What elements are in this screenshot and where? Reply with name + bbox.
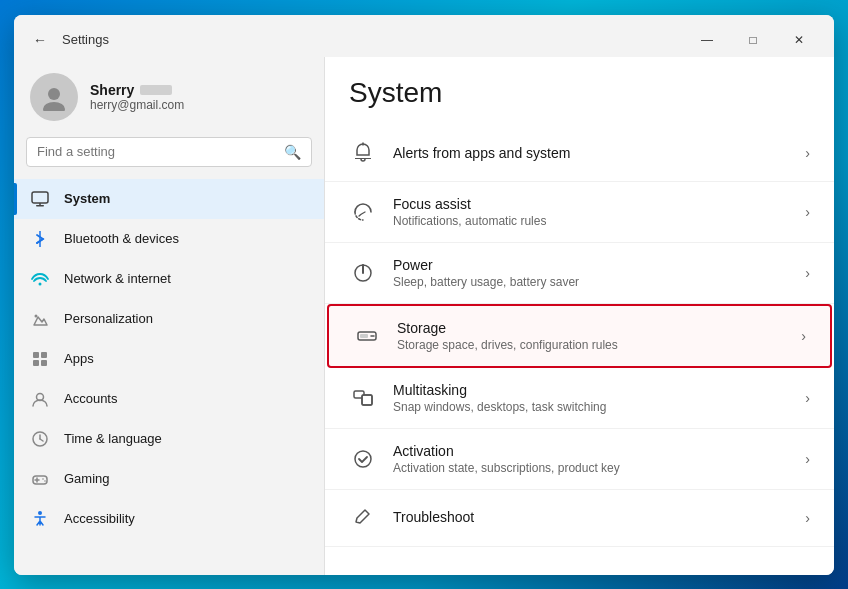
multitasking-icon bbox=[349, 384, 377, 412]
settings-list: Alerts from apps and system › Focus bbox=[325, 125, 834, 547]
power-title: Power bbox=[393, 257, 789, 273]
sidebar: Sherry herry@gmail.com 🔍 bbox=[14, 57, 324, 575]
maximize-button[interactable]: □ bbox=[730, 23, 776, 57]
user-badge bbox=[140, 85, 172, 95]
storage-title: Storage bbox=[397, 320, 785, 336]
svg-rect-8 bbox=[33, 352, 39, 358]
page-title: System bbox=[325, 77, 834, 125]
power-icon bbox=[349, 259, 377, 287]
search-input[interactable] bbox=[37, 144, 276, 159]
focus-arrow: › bbox=[805, 204, 810, 220]
sidebar-label-personalization: Personalization bbox=[64, 311, 153, 326]
activation-arrow: › bbox=[805, 451, 810, 467]
settings-item-focus[interactable]: Focus assist Notifications, automatic ru… bbox=[325, 182, 834, 243]
avatar bbox=[30, 73, 78, 121]
minimize-button[interactable]: — bbox=[684, 23, 730, 57]
troubleshoot-arrow: › bbox=[805, 510, 810, 526]
sidebar-label-gaming: Gaming bbox=[64, 471, 110, 486]
svg-line-15 bbox=[40, 439, 43, 441]
back-button[interactable]: ← bbox=[26, 26, 54, 54]
settings-item-power[interactable]: Power Sleep, battery usage, battery save… bbox=[325, 243, 834, 304]
multitasking-title: Multitasking bbox=[393, 382, 789, 398]
sidebar-label-apps: Apps bbox=[64, 351, 94, 366]
window-controls: — □ ✕ bbox=[684, 23, 822, 57]
svg-point-0 bbox=[48, 88, 60, 100]
settings-item-multitasking[interactable]: Multitasking Snap windows, desktops, tas… bbox=[325, 368, 834, 429]
sidebar-item-personalization[interactable]: Personalization bbox=[14, 299, 324, 339]
power-text: Power Sleep, battery usage, battery save… bbox=[393, 257, 789, 289]
multitasking-subtitle: Snap windows, desktops, task switching bbox=[393, 400, 789, 414]
svg-rect-9 bbox=[41, 352, 47, 358]
alerts-arrow: › bbox=[805, 145, 810, 161]
bluetooth-icon bbox=[30, 229, 50, 249]
personalization-icon bbox=[30, 309, 50, 329]
focus-title: Focus assist bbox=[393, 196, 789, 212]
user-profile[interactable]: Sherry herry@gmail.com bbox=[14, 57, 324, 133]
content-area: Sherry herry@gmail.com 🔍 bbox=[14, 57, 834, 575]
settings-item-troubleshoot[interactable]: Troubleshoot › bbox=[325, 490, 834, 547]
storage-icon bbox=[353, 322, 381, 350]
search-box[interactable]: 🔍 bbox=[26, 137, 312, 167]
main-content: System Alerts from apps and system bbox=[324, 57, 834, 575]
focus-text: Focus assist Notifications, automatic ru… bbox=[393, 196, 789, 228]
storage-text: Storage Storage space, drives, configura… bbox=[397, 320, 785, 352]
time-icon bbox=[30, 429, 50, 449]
sidebar-item-time[interactable]: Time & language bbox=[14, 419, 324, 459]
multitasking-arrow: › bbox=[805, 390, 810, 406]
troubleshoot-text: Troubleshoot bbox=[393, 509, 789, 527]
sidebar-label-bluetooth: Bluetooth & devices bbox=[64, 231, 179, 246]
network-icon bbox=[30, 269, 50, 289]
sidebar-item-gaming[interactable]: Gaming bbox=[14, 459, 324, 499]
troubleshoot-title: Troubleshoot bbox=[393, 509, 789, 525]
focus-icon bbox=[349, 198, 377, 226]
svg-point-31 bbox=[355, 451, 371, 467]
title-bar-left: ← Settings bbox=[26, 26, 684, 54]
sidebar-item-apps[interactable]: Apps bbox=[14, 339, 324, 379]
close-button[interactable]: ✕ bbox=[776, 23, 822, 57]
svg-rect-11 bbox=[41, 360, 47, 366]
svg-point-20 bbox=[44, 480, 46, 482]
sidebar-label-accounts: Accounts bbox=[64, 391, 117, 406]
svg-rect-2 bbox=[32, 192, 48, 203]
svg-point-7 bbox=[35, 314, 38, 317]
sidebar-item-bluetooth[interactable]: Bluetooth & devices bbox=[14, 219, 324, 259]
svg-point-1 bbox=[43, 102, 65, 111]
activation-title: Activation bbox=[393, 443, 789, 459]
activation-icon bbox=[349, 445, 377, 473]
apps-icon bbox=[30, 349, 50, 369]
sidebar-item-network[interactable]: Network & internet bbox=[14, 259, 324, 299]
user-name-row: Sherry bbox=[90, 82, 184, 98]
svg-rect-27 bbox=[360, 334, 368, 338]
sidebar-item-accounts[interactable]: Accounts bbox=[14, 379, 324, 419]
sidebar-item-system[interactable]: System bbox=[14, 179, 324, 219]
storage-subtitle: Storage space, drives, configuration rul… bbox=[397, 338, 785, 352]
storage-arrow: › bbox=[801, 328, 806, 344]
svg-point-19 bbox=[42, 478, 44, 480]
svg-point-21 bbox=[38, 511, 42, 515]
sidebar-label-accessibility: Accessibility bbox=[64, 511, 135, 526]
activation-subtitle: Activation state, subscriptions, product… bbox=[393, 461, 789, 475]
settings-item-storage[interactable]: Storage Storage space, drives, configura… bbox=[327, 304, 832, 368]
svg-rect-10 bbox=[33, 360, 39, 366]
activation-text: Activation Activation state, subscriptio… bbox=[393, 443, 789, 475]
sidebar-label-system: System bbox=[64, 191, 110, 206]
svg-point-6 bbox=[39, 282, 42, 285]
accessibility-icon bbox=[30, 509, 50, 529]
title-bar: ← Settings — □ ✕ bbox=[14, 15, 834, 57]
user-info: Sherry herry@gmail.com bbox=[90, 82, 184, 112]
svg-rect-3 bbox=[36, 205, 44, 207]
svg-rect-29 bbox=[362, 395, 372, 405]
sidebar-label-time: Time & language bbox=[64, 431, 162, 446]
alerts-title: Alerts from apps and system bbox=[393, 145, 789, 161]
window-title: Settings bbox=[62, 32, 109, 47]
settings-item-activation[interactable]: Activation Activation state, subscriptio… bbox=[325, 429, 834, 490]
system-icon bbox=[30, 189, 50, 209]
power-subtitle: Sleep, battery usage, battery saver bbox=[393, 275, 789, 289]
troubleshoot-icon bbox=[349, 504, 377, 532]
sidebar-item-accessibility[interactable]: Accessibility bbox=[14, 499, 324, 539]
multitasking-text: Multitasking Snap windows, desktops, tas… bbox=[393, 382, 789, 414]
alerts-text: Alerts from apps and system bbox=[393, 145, 789, 161]
power-arrow: › bbox=[805, 265, 810, 281]
settings-item-alerts[interactable]: Alerts from apps and system › bbox=[325, 125, 834, 182]
user-email: herry@gmail.com bbox=[90, 98, 184, 112]
